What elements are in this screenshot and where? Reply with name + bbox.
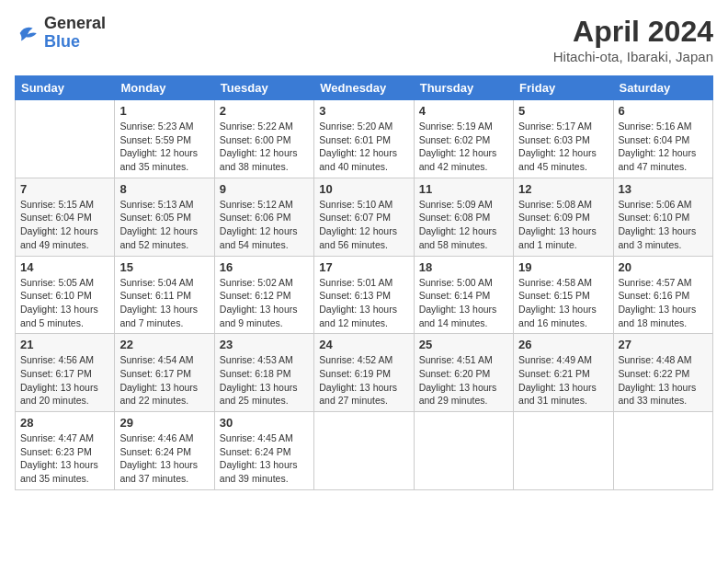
cell-info: Sunrise: 4:49 AM Sunset: 6:21 PM Dayligh… bbox=[518, 353, 608, 408]
day-number: 30 bbox=[220, 416, 309, 430]
weekday-header-tuesday: Tuesday bbox=[214, 76, 313, 100]
cell-info: Sunrise: 4:53 AM Sunset: 6:18 PM Dayligh… bbox=[220, 353, 309, 408]
cell-info: Sunrise: 4:52 AM Sunset: 6:19 PM Dayligh… bbox=[319, 353, 408, 408]
calendar-table: SundayMondayTuesdayWednesdayThursdayFrid… bbox=[15, 75, 713, 490]
calendar-cell: 29Sunrise: 4:46 AM Sunset: 6:24 PM Dayli… bbox=[115, 412, 214, 490]
calendar-cell: 5Sunrise: 5:17 AM Sunset: 6:03 PM Daylig… bbox=[514, 100, 613, 178]
calendar-cell: 13Sunrise: 5:06 AM Sunset: 6:10 PM Dayli… bbox=[613, 178, 712, 256]
cell-info: Sunrise: 5:20 AM Sunset: 6:01 PM Dayligh… bbox=[319, 120, 408, 174]
day-number: 16 bbox=[220, 260, 309, 274]
day-number: 27 bbox=[619, 338, 708, 351]
cell-info: Sunrise: 5:12 AM Sunset: 6:06 PM Dayligh… bbox=[220, 198, 309, 252]
day-number: 12 bbox=[518, 182, 608, 196]
calendar-cell: 11Sunrise: 5:09 AM Sunset: 6:08 PM Dayli… bbox=[414, 178, 513, 256]
day-number: 9 bbox=[220, 182, 309, 196]
cell-info: Sunrise: 4:51 AM Sunset: 6:20 PM Dayligh… bbox=[419, 353, 508, 408]
calendar-cell: 25Sunrise: 4:51 AM Sunset: 6:20 PM Dayli… bbox=[414, 334, 513, 412]
cell-info: Sunrise: 5:02 AM Sunset: 6:12 PM Dayligh… bbox=[220, 276, 309, 330]
page-subtitle: Hitachi-ota, Ibaraki, Japan bbox=[553, 49, 713, 64]
cell-info: Sunrise: 5:13 AM Sunset: 6:05 PM Dayligh… bbox=[119, 198, 209, 252]
cell-info: Sunrise: 5:10 AM Sunset: 6:07 PM Dayligh… bbox=[319, 198, 408, 252]
day-number: 26 bbox=[518, 338, 608, 351]
cell-info: Sunrise: 5:23 AM Sunset: 5:59 PM Dayligh… bbox=[119, 120, 209, 174]
day-number: 17 bbox=[319, 260, 408, 274]
calendar-cell bbox=[314, 412, 414, 490]
cell-info: Sunrise: 5:08 AM Sunset: 6:09 PM Dayligh… bbox=[518, 198, 608, 252]
cell-info: Sunrise: 5:06 AM Sunset: 6:10 PM Dayligh… bbox=[619, 198, 708, 252]
week-row-5: 28Sunrise: 4:47 AM Sunset: 6:23 PM Dayli… bbox=[16, 412, 713, 490]
calendar-cell bbox=[613, 412, 712, 490]
day-number: 7 bbox=[20, 182, 109, 196]
calendar-cell: 19Sunrise: 4:58 AM Sunset: 6:15 PM Dayli… bbox=[514, 256, 613, 334]
day-number: 13 bbox=[619, 182, 708, 196]
page-header: General Blue April 2024 Hitachi-ota, Iba… bbox=[15, 15, 713, 64]
cell-info: Sunrise: 4:54 AM Sunset: 6:17 PM Dayligh… bbox=[119, 353, 209, 408]
title-block: April 2024 Hitachi-ota, Ibaraki, Japan bbox=[553, 15, 713, 64]
day-number: 19 bbox=[518, 260, 608, 274]
day-number: 3 bbox=[319, 104, 408, 118]
day-number: 8 bbox=[119, 182, 209, 196]
cell-info: Sunrise: 5:16 AM Sunset: 6:04 PM Dayligh… bbox=[619, 120, 708, 174]
weekday-header-wednesday: Wednesday bbox=[314, 76, 414, 100]
logo-general-text: General bbox=[44, 15, 106, 33]
calendar-cell: 16Sunrise: 5:02 AM Sunset: 6:12 PM Dayli… bbox=[214, 256, 313, 334]
calendar-cell: 7Sunrise: 5:15 AM Sunset: 6:04 PM Daylig… bbox=[16, 178, 115, 256]
day-number: 21 bbox=[20, 338, 109, 351]
day-number: 5 bbox=[518, 104, 608, 118]
logo-blue-text: Blue bbox=[44, 33, 106, 52]
calendar-cell bbox=[514, 412, 613, 490]
cell-info: Sunrise: 4:57 AM Sunset: 6:16 PM Dayligh… bbox=[619, 276, 708, 330]
calendar-cell: 2Sunrise: 5:22 AM Sunset: 6:00 PM Daylig… bbox=[214, 100, 313, 178]
calendar-cell: 12Sunrise: 5:08 AM Sunset: 6:09 PM Dayli… bbox=[514, 178, 613, 256]
week-row-2: 7Sunrise: 5:15 AM Sunset: 6:04 PM Daylig… bbox=[16, 178, 713, 256]
day-number: 4 bbox=[419, 104, 508, 118]
cell-info: Sunrise: 5:01 AM Sunset: 6:13 PM Dayligh… bbox=[319, 276, 408, 330]
cell-info: Sunrise: 4:46 AM Sunset: 6:24 PM Dayligh… bbox=[119, 431, 209, 486]
cell-info: Sunrise: 4:47 AM Sunset: 6:23 PM Dayligh… bbox=[20, 431, 109, 486]
calendar-cell: 30Sunrise: 4:45 AM Sunset: 6:24 PM Dayli… bbox=[214, 412, 313, 490]
cell-info: Sunrise: 4:56 AM Sunset: 6:17 PM Dayligh… bbox=[20, 353, 109, 408]
cell-info: Sunrise: 5:19 AM Sunset: 6:02 PM Dayligh… bbox=[419, 120, 508, 174]
day-number: 28 bbox=[20, 416, 109, 430]
week-row-1: 1Sunrise: 5:23 AM Sunset: 5:59 PM Daylig… bbox=[16, 100, 713, 178]
day-number: 14 bbox=[20, 260, 109, 274]
day-number: 10 bbox=[319, 182, 408, 196]
day-number: 23 bbox=[220, 338, 309, 351]
day-number: 6 bbox=[619, 104, 708, 118]
cell-info: Sunrise: 5:09 AM Sunset: 6:08 PM Dayligh… bbox=[419, 198, 508, 252]
logo: General Blue bbox=[15, 15, 106, 52]
calendar-cell: 24Sunrise: 4:52 AM Sunset: 6:19 PM Dayli… bbox=[314, 334, 414, 412]
page-title: April 2024 bbox=[553, 15, 713, 49]
cell-info: Sunrise: 5:15 AM Sunset: 6:04 PM Dayligh… bbox=[20, 198, 109, 252]
week-row-3: 14Sunrise: 5:05 AM Sunset: 6:10 PM Dayli… bbox=[16, 256, 713, 334]
calendar-cell: 9Sunrise: 5:12 AM Sunset: 6:06 PM Daylig… bbox=[214, 178, 313, 256]
calendar-cell: 18Sunrise: 5:00 AM Sunset: 6:14 PM Dayli… bbox=[414, 256, 513, 334]
calendar-cell: 27Sunrise: 4:48 AM Sunset: 6:22 PM Dayli… bbox=[613, 334, 712, 412]
cell-info: Sunrise: 5:00 AM Sunset: 6:14 PM Dayligh… bbox=[419, 276, 508, 330]
day-number: 11 bbox=[419, 182, 508, 196]
cell-info: Sunrise: 4:45 AM Sunset: 6:24 PM Dayligh… bbox=[220, 431, 309, 486]
week-row-4: 21Sunrise: 4:56 AM Sunset: 6:17 PM Dayli… bbox=[16, 334, 713, 412]
weekday-header-monday: Monday bbox=[115, 76, 214, 100]
calendar-cell: 15Sunrise: 5:04 AM Sunset: 6:11 PM Dayli… bbox=[115, 256, 214, 334]
calendar-cell: 14Sunrise: 5:05 AM Sunset: 6:10 PM Dayli… bbox=[16, 256, 115, 334]
calendar-cell: 4Sunrise: 5:19 AM Sunset: 6:02 PM Daylig… bbox=[414, 100, 513, 178]
cell-info: Sunrise: 4:48 AM Sunset: 6:22 PM Dayligh… bbox=[619, 353, 708, 408]
calendar-cell: 17Sunrise: 5:01 AM Sunset: 6:13 PM Dayli… bbox=[314, 256, 414, 334]
calendar-cell: 21Sunrise: 4:56 AM Sunset: 6:17 PM Dayli… bbox=[16, 334, 115, 412]
calendar-cell bbox=[414, 412, 513, 490]
calendar-cell: 22Sunrise: 4:54 AM Sunset: 6:17 PM Dayli… bbox=[115, 334, 214, 412]
day-number: 29 bbox=[119, 416, 209, 430]
weekday-header-row: SundayMondayTuesdayWednesdayThursdayFrid… bbox=[16, 76, 713, 100]
calendar-cell: 26Sunrise: 4:49 AM Sunset: 6:21 PM Dayli… bbox=[514, 334, 613, 412]
cell-info: Sunrise: 5:22 AM Sunset: 6:00 PM Dayligh… bbox=[220, 120, 309, 174]
calendar-cell: 23Sunrise: 4:53 AM Sunset: 6:18 PM Dayli… bbox=[214, 334, 313, 412]
calendar-cell: 28Sunrise: 4:47 AM Sunset: 6:23 PM Dayli… bbox=[16, 412, 115, 490]
cell-info: Sunrise: 4:58 AM Sunset: 6:15 PM Dayligh… bbox=[518, 276, 608, 330]
calendar-cell: 6Sunrise: 5:16 AM Sunset: 6:04 PM Daylig… bbox=[613, 100, 712, 178]
day-number: 20 bbox=[619, 260, 708, 274]
day-number: 22 bbox=[119, 338, 209, 351]
day-number: 15 bbox=[119, 260, 209, 274]
calendar-cell: 3Sunrise: 5:20 AM Sunset: 6:01 PM Daylig… bbox=[314, 100, 414, 178]
day-number: 1 bbox=[119, 104, 209, 118]
